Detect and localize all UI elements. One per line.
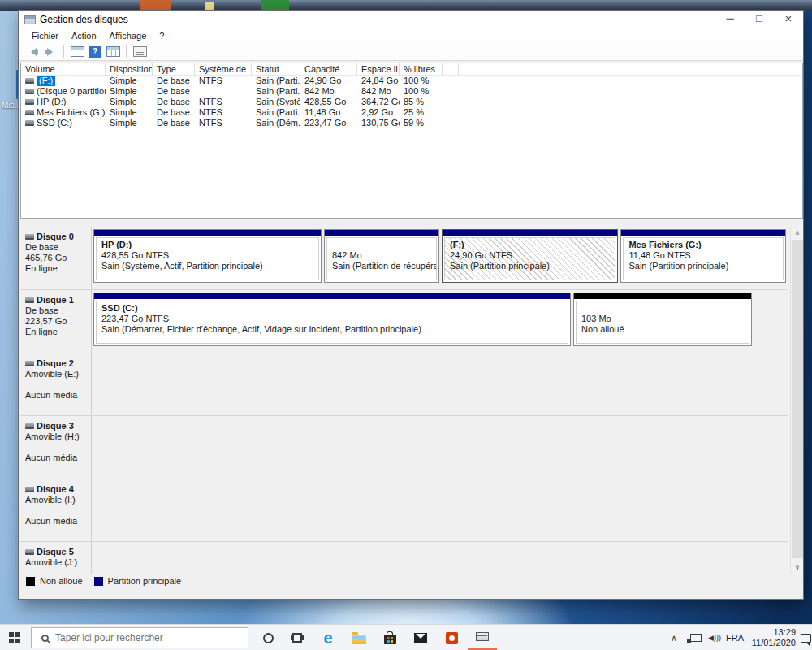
taskbar: e ∧ ◀))) FRA 13:29 11/01/2020: [0, 624, 812, 650]
cell-libres: 100 %: [400, 76, 443, 86]
scrollbar-thumb[interactable]: [792, 240, 803, 558]
file-explorer-button[interactable]: [344, 625, 374, 650]
partition-unallocated[interactable]: 103 Mo Non alloué: [573, 292, 752, 346]
task-view-button[interactable]: [283, 625, 312, 650]
back-icon[interactable]: [24, 44, 41, 60]
column-header-statut[interactable]: Statut: [252, 63, 300, 76]
disk-3-label[interactable]: Disque 3 Amovible (H:) Aucun média: [24, 416, 92, 479]
store-icon: [384, 635, 396, 644]
language-indicator[interactable]: FRA: [723, 625, 747, 650]
scroll-down-icon[interactable]: ∨: [791, 561, 804, 574]
disk-row-1: Disque 1 De base 223,57 Go En ligne SSD …: [20, 289, 788, 353]
legend-primary-swatch: [94, 577, 103, 586]
cell-espace: 2,92 Go: [357, 107, 400, 118]
help-icon[interactable]: ?: [86, 44, 104, 60]
cortana-icon: [263, 633, 274, 644]
cell-disposition: Simple: [106, 107, 153, 118]
disk-5-label[interactable]: Disque 5 Amovible (J:): [24, 542, 92, 574]
network-icon: [690, 634, 702, 642]
volume-row-f[interactable]: (F:) Simple De base NTFS Sain (Parti... …: [21, 76, 802, 86]
menu-fichier[interactable]: Fichier: [25, 31, 65, 41]
column-header-pct-libres[interactable]: % libres: [400, 63, 443, 76]
column-header-capacite[interactable]: Capacité: [300, 63, 357, 76]
column-header-volume[interactable]: Volume: [21, 63, 106, 76]
partition-hp-d[interactable]: HP (D:) 428,55 Go NTFS Sain (Système, Ac…: [93, 229, 322, 283]
disk-1-label[interactable]: Disque 1 De base 223,57 Go En ligne: [24, 290, 92, 353]
disk-size: [25, 442, 91, 453]
disk-row-2: Disque 2 Amovible (E:) Aucun média: [20, 353, 788, 415]
disk-status: Aucun média: [25, 390, 91, 401]
volume-row-mes-fichiers-g[interactable]: Mes Fichiers (G:) Simple De base NTFS Sa…: [21, 107, 802, 118]
edge-button[interactable]: e: [313, 625, 343, 650]
properties-icon[interactable]: [131, 44, 149, 60]
cell-type: De base: [153, 118, 195, 128]
search-icon: [41, 635, 49, 642]
clock-time: 13:29: [773, 627, 796, 638]
titlebar[interactable]: Gestion des disques ─ □ ×: [19, 11, 803, 28]
forward-icon[interactable]: [41, 44, 59, 60]
partition-recovery[interactable]: 842 Mo Sain (Partition de récupération): [324, 229, 439, 283]
disk-2-label[interactable]: Disque 2 Amovible (E:) Aucun média: [24, 353, 92, 415]
volume-list-pane: Volume Disposition Type Système de ... S…: [20, 63, 803, 219]
cortana-button[interactable]: [253, 625, 283, 650]
volume-row-recovery[interactable]: (Disque 0 partition... Simple De base Sa…: [21, 86, 802, 97]
toolbar-separator: [63, 46, 64, 58]
cell-disposition: Simple: [106, 86, 153, 97]
search-input[interactable]: [55, 632, 248, 644]
partition-f-selected[interactable]: (F:) 24,90 Go NTFS Sain (Partition princ…: [442, 229, 618, 283]
tray-expand-button[interactable]: ∧: [664, 625, 684, 650]
column-header-disposition[interactable]: Disposition: [106, 63, 153, 76]
maximize-button[interactable]: □: [745, 11, 774, 28]
menu-action[interactable]: Action: [65, 31, 103, 41]
office-button[interactable]: [437, 625, 466, 650]
cell-statut: Sain (Parti...: [252, 86, 300, 97]
cell-espace: 364,72 Go: [357, 97, 400, 107]
column-header-espace-libre[interactable]: Espace li...: [357, 63, 400, 76]
volume-row-hp-d[interactable]: HP (D:) Simple De base NTFS Sain (Systè.…: [21, 97, 802, 107]
disk-0-label[interactable]: Disque 0 De base 465,76 Go En ligne: [24, 227, 92, 289]
close-button[interactable]: ×: [774, 11, 803, 28]
column-header-filesystem[interactable]: Système de ...: [195, 63, 252, 76]
pane-splitter[interactable]: [20, 219, 803, 227]
empty-media-area: [92, 542, 788, 574]
volume-tray-button[interactable]: ◀))): [705, 625, 724, 650]
disk-4-label[interactable]: Disque 4 Amovible (I:) Aucun média: [24, 479, 92, 541]
menu-help[interactable]: ?: [153, 31, 171, 41]
partition-ssd-c[interactable]: SSD (C:) 223,47 Go NTFS Sain (Démarrer, …: [93, 292, 571, 346]
disk-name: Disque 1: [37, 295, 74, 306]
volume-row-ssd-c[interactable]: SSD (C:) Simple De base NTFS Sain (Dém..…: [21, 118, 802, 128]
volume-name: Mes Fichiers (G:): [37, 107, 105, 118]
disk-status: Aucun média: [25, 453, 91, 463]
partition-mes-fichiers-g[interactable]: Mes Fichiers (G:) 11,48 Go NTFS Sain (Pa…: [620, 229, 786, 283]
volume-icon: [25, 110, 34, 115]
cell-libres: 100 %: [400, 86, 443, 97]
disk-management-icon: [476, 632, 489, 641]
cell-statut: Sain (Dém...: [252, 118, 300, 128]
cell-disposition: Simple: [106, 118, 153, 128]
scroll-up-icon[interactable]: ∧: [791, 227, 804, 239]
disk-icon: [25, 423, 34, 429]
network-tray-button[interactable]: [685, 625, 706, 650]
disk-type: Amovible (H:): [25, 431, 91, 442]
show-console-tree-icon[interactable]: [68, 44, 86, 60]
column-header-type[interactable]: Type: [153, 63, 195, 76]
vertical-scrollbar[interactable]: ∧ ∨: [790, 227, 803, 574]
minimize-button[interactable]: ─: [715, 11, 745, 28]
cell-espace: 24,84 Go: [357, 76, 400, 86]
disk-name: Disque 0: [37, 232, 74, 242]
store-button[interactable]: [375, 625, 404, 650]
cell-capacite: 842 Mo: [300, 86, 357, 97]
export-list-icon[interactable]: [104, 44, 122, 60]
legend-unallocated-swatch: [26, 577, 35, 586]
clock[interactable]: 13:29 11/01/2020: [745, 625, 796, 650]
disk-management-taskbar-button[interactable]: [468, 625, 497, 650]
mail-button[interactable]: [406, 625, 435, 650]
office-icon: [446, 632, 458, 644]
partition-color-bar: [94, 230, 321, 236]
taskbar-search[interactable]: [31, 627, 248, 648]
start-button[interactable]: [0, 625, 29, 650]
cell-type: De base: [153, 107, 195, 118]
disk-status: En ligne: [25, 327, 91, 337]
menu-affichage[interactable]: Affichage: [103, 31, 153, 41]
action-center-button[interactable]: [799, 625, 812, 650]
